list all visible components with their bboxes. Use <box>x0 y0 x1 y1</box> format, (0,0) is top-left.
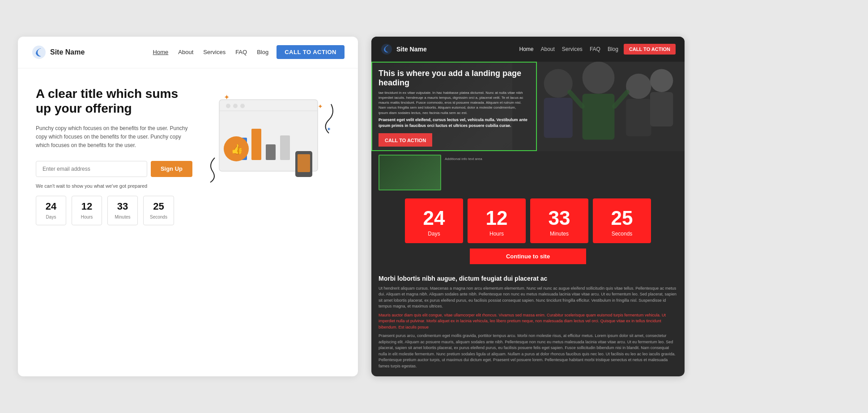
countdown-row-left: 24 Days 12 Hours 33 Minutes 25 Seconds <box>36 196 192 225</box>
nav-faq-right[interactable]: FAQ <box>590 46 600 52</box>
days-box-right: 24 Days <box>405 198 463 243</box>
email-input[interactable] <box>36 161 147 177</box>
logo-icon <box>31 45 47 60</box>
minutes-number-right: 33 <box>549 208 570 228</box>
right-countdown-section: 24 Days 12 Hours 33 Minutes 25 Seconds C… <box>371 194 685 275</box>
days-number-left: 24 <box>43 201 60 212</box>
minutes-number-left: 33 <box>114 201 131 212</box>
hours-box-right: 12 Hours <box>468 198 526 243</box>
email-row: Sign Up <box>36 161 192 177</box>
nav-services-left[interactable]: Services <box>203 49 226 55</box>
nav-blog-left[interactable]: Blog <box>257 49 268 55</box>
thumbnails-row: Additional info text area <box>371 151 685 194</box>
svg-point-2 <box>226 104 230 108</box>
svg-rect-8 <box>266 144 276 160</box>
cta-banner-label: CALL TO ACTION <box>385 138 426 143</box>
left-nav-links: Home About Services FAQ Blog <box>153 49 269 55</box>
left-logo: Site Name <box>31 45 85 60</box>
nav-home-left[interactable]: Home <box>153 49 169 55</box>
days-box-left: 24 Days <box>36 196 66 225</box>
nav-about-right[interactable]: About <box>541 46 555 52</box>
right-hero-body: tae tincidunt in ex vitae vulputate. In … <box>379 90 526 115</box>
right-heading-overlay: This is where you add a landing page hea… <box>379 69 531 129</box>
hours-label-left: Hours <box>81 215 93 219</box>
svg-rect-9 <box>280 135 290 160</box>
seconds-box-left: 25 Seconds <box>143 196 174 225</box>
days-label-right: Days <box>428 231 440 237</box>
svg-text:✦: ✦ <box>224 93 230 101</box>
minutes-box-left: 33 Minutes <box>107 196 138 225</box>
outer-container: Site Name Home About Services FAQ Blog C… <box>18 37 850 377</box>
svg-rect-7 <box>251 129 261 160</box>
seconds-box-right: 25 Seconds <box>593 198 651 243</box>
hours-label-right: Hours <box>489 231 504 237</box>
seconds-number-right: 25 <box>611 208 633 228</box>
nav-blog-right[interactable]: Blog <box>608 46 618 52</box>
nav-about-left[interactable]: About <box>178 49 193 55</box>
seconds-label-left: Seconds <box>150 215 167 219</box>
right-text-section: Morbi lobortis nibh augue, dictum feugia… <box>371 275 685 377</box>
nav-faq-left[interactable]: FAQ <box>235 49 247 55</box>
svg-text:👍: 👍 <box>231 143 243 155</box>
svg-point-3 <box>233 104 238 108</box>
cta-button-left[interactable]: CALL TO ACTION <box>277 45 345 59</box>
right-nav-links: Home About Services FAQ Blog <box>519 46 618 52</box>
hours-number-left: 12 <box>78 201 95 212</box>
right-navbar: Site Name Home About Services FAQ Blog C… <box>371 37 685 62</box>
svg-point-0 <box>32 46 46 59</box>
svg-point-17 <box>381 44 392 55</box>
right-hero-bold: Praesent eget velit eleifend, cursus lec… <box>379 117 531 129</box>
illustration-svg: ✦ ✦ ✦ 👍 <box>201 86 340 220</box>
right-countdown-row: 24 Days 12 Hours 33 Minutes 25 Seconds <box>377 198 679 243</box>
left-navbar: Site Name Home About Services FAQ Blog C… <box>18 37 358 68</box>
bottom-heading: Morbi lobortis nibh augue, dictum feugia… <box>379 275 677 282</box>
hours-number-right: 12 <box>486 208 508 228</box>
signup-button[interactable]: Sign Up <box>151 161 192 177</box>
seconds-label-right: Seconds <box>612 231 633 237</box>
right-logo: Site Name <box>380 43 427 55</box>
red-cta-banner: CALL TO ACTION <box>379 133 432 147</box>
bottom-text-1: Ut hendrerit aliquam cursus. Maecenas a … <box>379 286 677 310</box>
days-label-left: Days <box>46 215 56 219</box>
nav-services-right[interactable]: Services <box>562 46 583 52</box>
right-hero-heading: This is where you add a landing page hea… <box>379 69 531 88</box>
minutes-box-right: 33 Minutes <box>530 198 588 243</box>
cant-wait-text: We can't wait to show you what we've got… <box>36 183 192 189</box>
hero-title: A clear title which sums up your offerin… <box>36 86 192 116</box>
red-text: Mauris auctor diam quis elit congue, vit… <box>379 312 677 331</box>
days-number-right: 24 <box>423 208 445 228</box>
svg-point-4 <box>240 104 245 108</box>
bottom-text-3: Praesent purus arcu, condimentum eget mo… <box>379 333 677 369</box>
continue-button[interactable]: Continue to site <box>470 249 586 264</box>
svg-rect-16 <box>298 154 310 172</box>
svg-text:✦: ✦ <box>318 103 323 110</box>
right-panel: Site Name Home About Services FAQ Blog C… <box>371 37 685 377</box>
cta-button-right[interactable]: CALL TO ACTION <box>624 44 676 55</box>
left-hero: A clear title which sums up your offerin… <box>18 68 358 239</box>
hours-box-left: 12 Hours <box>72 196 102 225</box>
seconds-number-left: 25 <box>150 201 167 212</box>
right-site-name: Site Name <box>396 46 427 53</box>
left-site-name: Site Name <box>50 48 85 56</box>
left-hero-text: A clear title which sums up your offerin… <box>36 86 192 225</box>
hero-illustration: ✦ ✦ ✦ 👍 <box>201 86 345 225</box>
logo-icon-right <box>380 43 393 55</box>
left-panel: Site Name Home About Services FAQ Blog C… <box>18 37 358 377</box>
nav-home-right[interactable]: Home <box>519 46 533 52</box>
thumb-text: Additional info text area <box>445 155 677 190</box>
minutes-label-left: Minutes <box>115 215 130 219</box>
hero-description: Punchy copy which focuses on the benefit… <box>36 124 192 150</box>
minutes-label-right: Minutes <box>550 231 569 237</box>
thumbnail-1 <box>379 155 441 190</box>
right-hero-image: This is where you add a landing page hea… <box>371 62 685 151</box>
